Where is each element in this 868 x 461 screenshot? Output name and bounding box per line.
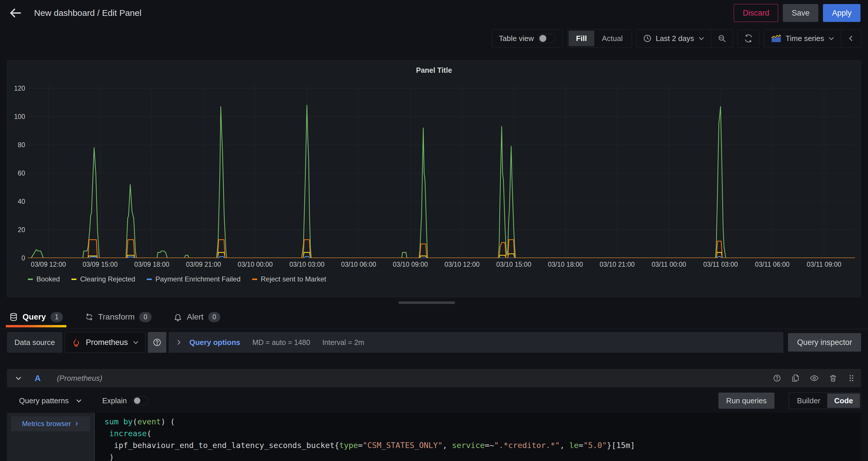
code-token: = — [579, 441, 583, 450]
query-options-bar[interactable]: Query options MD = auto = 1480 Interval … — [168, 332, 784, 353]
query-options-link[interactable]: Query options — [189, 338, 240, 347]
editor-tabs: Query 1 Transform 0 Alert 0 — [7, 306, 223, 327]
zoom-out-button[interactable] — [711, 29, 733, 47]
tab-query[interactable]: Query 1 — [7, 306, 65, 327]
time-series-chart[interactable] — [28, 84, 855, 258]
database-icon — [9, 312, 18, 321]
collapse-query-icon[interactable] — [15, 375, 22, 382]
y-axis-label: 60 — [9, 169, 25, 177]
drag-handle-icon[interactable] — [847, 374, 855, 382]
x-axis-label: 03/10 06:00 — [341, 261, 376, 268]
code-token: le — [569, 441, 579, 450]
x-axis-label: 03/09 21:00 — [186, 261, 221, 268]
legend-item-clearing-rejected[interactable]: Clearing Rejected — [71, 275, 135, 283]
datasource-label: Data source — [7, 332, 62, 353]
editor-sidebar: Metrics browser — [7, 413, 94, 461]
time-range-picker[interactable]: Last 2 days — [637, 29, 711, 47]
tab-transform[interactable]: Transform 0 — [83, 306, 154, 327]
x-axis-label: 03/11 00:00 — [651, 261, 686, 268]
viz-picker-group: Time series — [764, 29, 861, 47]
discard-button[interactable]: Discard — [734, 4, 778, 22]
chevron-down-icon — [698, 35, 705, 41]
x-axis-label: 03/09 18:00 — [134, 261, 169, 268]
legend-swatch — [71, 278, 76, 280]
chevron-down-icon — [828, 35, 835, 41]
builder-option[interactable]: Builder — [790, 393, 827, 408]
save-button[interactable]: Save — [783, 4, 818, 22]
y-axis-label: 40 — [9, 198, 25, 205]
clock-icon — [643, 34, 652, 43]
chart-plot[interactable] — [28, 84, 855, 258]
code-token: ( — [147, 429, 151, 438]
chevron-down-icon — [132, 339, 139, 345]
metrics-browser-button[interactable]: Metrics browser — [11, 416, 90, 431]
explain-toggle[interactable]: Explain — [102, 396, 149, 405]
zoom-out-icon — [718, 34, 726, 43]
query-a-header[interactable]: A (Prometheus) — [7, 369, 861, 387]
metrics-browser-label: Metrics browser — [22, 420, 71, 428]
switch-knob — [134, 397, 140, 404]
toggle-visibility-button[interactable] — [810, 373, 819, 383]
legend-item-reject-sent-to-market[interactable]: Reject sent to Market — [252, 275, 326, 283]
code-line: ipf_behaviour_end_to_end_latency_seconds… — [104, 439, 861, 451]
copy-icon — [791, 374, 800, 383]
x-axis-label: 03/10 03:00 — [289, 261, 324, 268]
prometheus-icon — [71, 337, 81, 347]
collapse-options-button[interactable] — [841, 29, 861, 47]
legend-item-booked[interactable]: Booked — [28, 275, 60, 283]
datasource-help-button[interactable] — [148, 332, 166, 353]
table-view-group: Table view — [492, 29, 562, 47]
query-patterns-dropdown[interactable]: Query patterns — [19, 396, 82, 405]
refresh-button[interactable] — [738, 29, 759, 47]
code-token: ipf_behaviour_end_to_end_latency_seconds… — [104, 441, 339, 450]
chevron-right-icon — [176, 339, 182, 345]
tabs-divider — [0, 329, 868, 329]
back-arrow-icon — [9, 7, 22, 19]
viz-picker[interactable]: Time series — [764, 29, 841, 47]
code-token: ".*creditor.*" — [494, 441, 560, 450]
chart-panel: Panel Title 020406080100120 03/09 12:000… — [7, 60, 861, 297]
legend-item-payment-enrichment-failed[interactable]: Payment Enrichment Failed — [147, 275, 241, 283]
fill-actual-group: Fill Actual — [567, 29, 632, 47]
help-circle-icon — [773, 374, 781, 383]
transform-icon — [85, 312, 94, 321]
y-axis-label: 100 — [9, 113, 25, 121]
code-option[interactable]: Code — [827, 393, 860, 408]
code-token: ) — [104, 453, 114, 461]
run-queries-button[interactable]: Run queries — [718, 393, 774, 409]
query-ref-id[interactable]: A — [35, 373, 41, 383]
query-editor: Metrics browser sum by(event) ( increase… — [7, 413, 861, 461]
x-axis-label: 03/11 06:00 — [755, 261, 790, 268]
apply-button[interactable]: Apply — [823, 4, 861, 22]
query-help-button[interactable] — [773, 374, 781, 383]
x-axis-label: 03/09 15:00 — [83, 261, 118, 268]
code-token: type — [339, 441, 358, 450]
back-button[interactable] — [9, 6, 23, 20]
table-view-switch[interactable] — [538, 34, 556, 43]
top-header: New dashboard / Edit Panel Discard Save … — [0, 0, 868, 26]
table-view-toggle[interactable]: Table view — [492, 29, 562, 47]
tab-query-label: Query — [23, 312, 46, 322]
panel-resize-handle[interactable] — [399, 301, 455, 304]
code-token: sum — [104, 417, 119, 426]
y-axis-label: 0 — [9, 254, 25, 262]
query-inspector-button[interactable]: Query inspector — [788, 333, 861, 352]
y-axis-label: 20 — [9, 226, 25, 234]
code-token: by — [123, 417, 133, 426]
tab-alert[interactable]: Alert 0 — [171, 306, 223, 327]
delete-query-button[interactable] — [829, 374, 837, 383]
fill-option[interactable]: Fill — [568, 31, 594, 46]
code-token: "5.0" — [583, 441, 607, 450]
promql-code-editor[interactable]: sum by(event) ( increase( ipf_behaviour_… — [95, 413, 861, 461]
actual-option[interactable]: Actual — [594, 31, 630, 46]
chevron-left-icon — [847, 35, 855, 42]
table-view-label: Table view — [499, 34, 534, 43]
code-token: =~ — [485, 441, 494, 450]
explain-switch[interactable] — [132, 396, 149, 405]
datasource-picker[interactable]: Prometheus — [65, 332, 146, 353]
code-token: = — [358, 441, 363, 450]
code-token: ( — [133, 417, 137, 426]
code-token: , — [442, 441, 452, 450]
duplicate-query-button[interactable] — [791, 374, 800, 383]
legend-swatch — [147, 278, 152, 280]
